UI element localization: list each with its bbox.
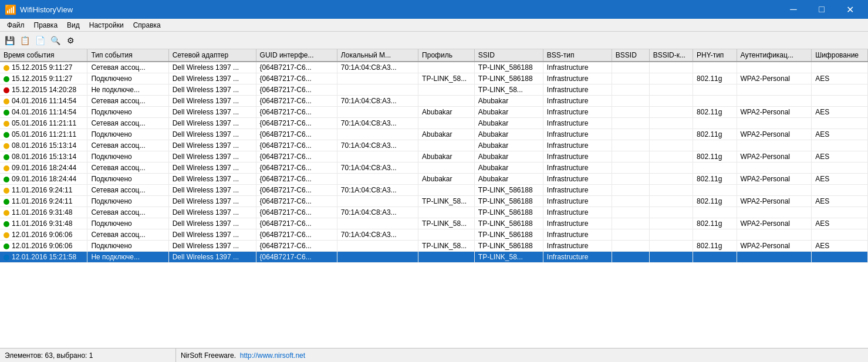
cell-bssid_k xyxy=(649,241,693,252)
col-header-11[interactable]: Аутентификац... xyxy=(737,49,812,62)
cell-adapter: Dell Wireless 1397 ... xyxy=(168,252,256,263)
cell-profile xyxy=(418,140,475,151)
minimize-button[interactable]: ─ xyxy=(780,0,807,19)
cell-ssid: Abubakar xyxy=(474,107,543,118)
event-dot xyxy=(4,132,9,138)
cell-ssid: TP-LINK_586188 xyxy=(474,185,543,196)
data-table: Время событияТип событияСетевой адаптерG… xyxy=(0,49,868,263)
cell-enc xyxy=(812,252,868,263)
menu-item-файл[interactable]: Файл xyxy=(2,20,29,31)
cell-event: Сетевая ассоц... xyxy=(87,96,168,107)
cell-bss: Infrastructure xyxy=(543,140,612,151)
cell-phy xyxy=(693,229,737,241)
close-button[interactable]: ✕ xyxy=(836,0,863,19)
cell-event: Сетевая ассоц... xyxy=(87,185,168,196)
cell-time: 15.12.2015 9:11:27 xyxy=(0,62,87,73)
cell-profile xyxy=(418,62,475,73)
cell-local: 70:1A:04:C8:A3... xyxy=(337,96,418,107)
cell-bssid_k xyxy=(649,96,693,107)
event-dot xyxy=(4,210,9,216)
cell-time: 12.01.2016 9:06:06 xyxy=(0,229,87,241)
col-header-8[interactable]: BSSID xyxy=(612,49,649,62)
cell-guid: {064B7217-C6... xyxy=(256,241,337,252)
cell-phy xyxy=(693,96,737,107)
cell-ssid: Abubakar xyxy=(474,140,543,151)
event-dot xyxy=(4,199,9,205)
col-header-5[interactable]: Профиль xyxy=(418,49,475,62)
cell-ssid: TP-LINK_586188 xyxy=(474,196,543,207)
cell-ssid: TP-LINK_58... xyxy=(474,252,543,263)
cell-bssid xyxy=(612,174,649,185)
toolbar-open-btn[interactable]: 📋 xyxy=(18,34,32,47)
col-header-2[interactable]: Сетевой адаптер xyxy=(168,49,256,62)
maximize-button[interactable]: □ xyxy=(808,0,835,19)
table-row[interactable]: 12.01.2016 9:06:06ПодключеноDell Wireles… xyxy=(0,241,868,252)
cell-phy: 802.11g xyxy=(693,107,737,118)
col-header-7[interactable]: BSS-тип xyxy=(543,49,612,62)
table-row[interactable]: 04.01.2016 11:14:54ПодключеноDell Wirele… xyxy=(0,107,868,118)
cell-event: Подключено xyxy=(87,174,168,185)
table-row[interactable]: 11.01.2016 9:31:48Сетевая ассоц...Dell W… xyxy=(0,207,868,218)
toolbar-search-btn[interactable]: 🔍 xyxy=(48,34,62,47)
col-header-3[interactable]: GUID интерфе... xyxy=(256,49,337,62)
cell-profile: Abubakar xyxy=(418,151,475,163)
table-row[interactable]: 12.01.2016 9:06:06Сетевая ассоц...Dell W… xyxy=(0,229,868,241)
toolbar-save-btn[interactable]: 💾 xyxy=(2,34,16,47)
toolbar-settings-btn[interactable]: ⚙ xyxy=(63,34,77,47)
cell-event: Подключено xyxy=(87,151,168,163)
table-row[interactable]: 09.01.2016 18:24:44Сетевая ассоц...Dell … xyxy=(0,163,868,174)
cell-bssid xyxy=(612,73,649,84)
cell-event: Сетевая ассоц... xyxy=(87,229,168,241)
cell-adapter: Dell Wireless 1397 ... xyxy=(168,107,256,118)
cell-profile: TP-LINK_58... xyxy=(418,218,475,229)
event-dot xyxy=(4,76,9,82)
cell-guid: {064B7217-C6... xyxy=(256,163,337,174)
cell-time: 12.01.2016 9:06:06 xyxy=(0,241,87,252)
menu-item-правка[interactable]: Правка xyxy=(29,20,63,31)
table-row[interactable]: 08.01.2016 15:13:14Сетевая ассоц...Dell … xyxy=(0,140,868,151)
col-header-9[interactable]: BSSID-к... xyxy=(649,49,693,62)
table-row[interactable]: 04.01.2016 11:14:54Сетевая ассоц...Dell … xyxy=(0,96,868,107)
cell-bss: Infrastructure xyxy=(543,174,612,185)
col-header-1[interactable]: Тип события xyxy=(87,49,168,62)
cell-bssid xyxy=(612,118,649,129)
menu-item-вид[interactable]: Вид xyxy=(62,20,85,31)
event-dot xyxy=(4,65,9,71)
col-header-4[interactable]: Локальный М... xyxy=(337,49,418,62)
table-row[interactable]: 15.12.2015 14:20:28Не подключе...Dell Wi… xyxy=(0,84,868,96)
menu-item-настройки[interactable]: Настройки xyxy=(85,20,129,31)
table-row[interactable]: 15.12.2015 9:11:27ПодключеноDell Wireles… xyxy=(0,73,868,84)
cell-auth xyxy=(737,185,812,196)
cell-bssid xyxy=(612,196,649,207)
cell-bssid xyxy=(612,207,649,218)
col-header-0[interactable]: Время события xyxy=(0,49,87,62)
table-row[interactable]: 12.01.2016 15:21:58Не подключе...Dell Wi… xyxy=(0,252,868,263)
cell-guid: {064B7217-C6... xyxy=(256,84,337,96)
cell-local xyxy=(337,174,418,185)
col-header-12[interactable]: Шифрование xyxy=(812,49,868,62)
cell-auth: WPA2-Personal xyxy=(737,218,812,229)
col-header-10[interactable]: PHY-тип xyxy=(693,49,737,62)
event-dot xyxy=(4,221,9,227)
table-row[interactable]: 05.01.2016 11:21:11Сетевая ассоц...Dell … xyxy=(0,118,868,129)
table-row[interactable]: 08.01.2016 15:13:14ПодключеноDell Wirele… xyxy=(0,151,868,163)
table-row[interactable]: 11.01.2016 9:31:48ПодключеноDell Wireles… xyxy=(0,218,868,229)
table-row[interactable]: 05.01.2016 11:21:11ПодключеноDell Wirele… xyxy=(0,129,868,140)
cell-event: Сетевая ассоц... xyxy=(87,163,168,174)
table-row[interactable]: 15.12.2015 9:11:27Сетевая ассоц...Dell W… xyxy=(0,62,868,73)
toolbar-copy-btn[interactable]: 📄 xyxy=(33,34,47,47)
cell-bssid xyxy=(612,107,649,118)
table-container[interactable]: Время событияТип событияСетевой адаптерG… xyxy=(0,49,868,348)
table-row[interactable]: 09.01.2016 18:24:44ПодключеноDell Wirele… xyxy=(0,174,868,185)
cell-phy xyxy=(693,84,737,96)
table-row[interactable]: 11.01.2016 9:24:11Сетевая ассоц...Dell W… xyxy=(0,185,868,196)
app-icon: 📶 xyxy=(5,4,16,15)
cell-auth xyxy=(737,163,812,174)
table-row[interactable]: 11.01.2016 9:24:11ПодключеноDell Wireles… xyxy=(0,196,868,207)
col-header-6[interactable]: SSID xyxy=(474,49,543,62)
cell-bssid xyxy=(612,229,649,241)
event-dot xyxy=(4,232,9,238)
cell-guid: {064B7217-C6... xyxy=(256,129,337,140)
nirsoft-link[interactable]: http://www.nirsoft.net xyxy=(240,351,305,360)
menu-item-справка[interactable]: Справка xyxy=(129,20,166,31)
